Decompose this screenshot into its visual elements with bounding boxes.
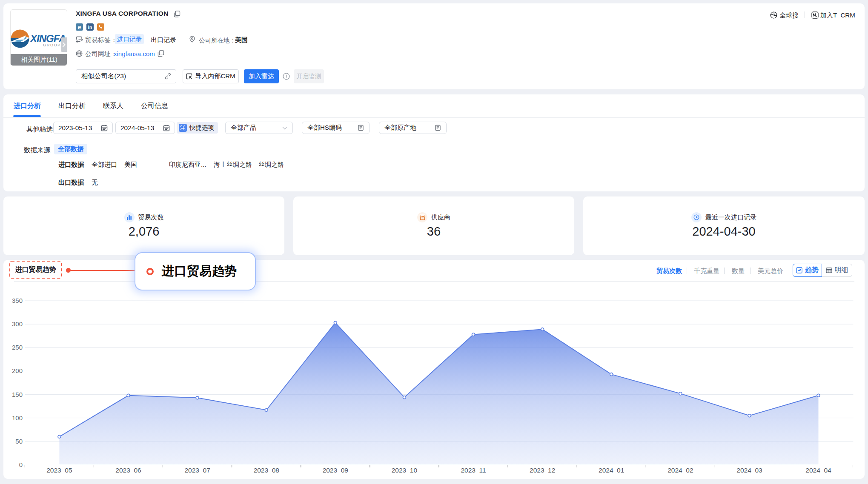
svg-text:300: 300 — [12, 320, 23, 327]
svg-text:2024–04: 2024–04 — [805, 467, 831, 474]
svg-text:2023–08: 2023–08 — [254, 467, 279, 474]
svg-text:250: 250 — [12, 344, 23, 351]
svg-text:2023–06: 2023–06 — [115, 467, 141, 474]
svg-text:2024–02: 2024–02 — [667, 467, 693, 474]
svg-text:2023–07: 2023–07 — [184, 467, 210, 474]
svg-text:2023–05: 2023–05 — [46, 467, 72, 474]
svg-text:2024–03: 2024–03 — [736, 467, 762, 474]
svg-text:2023–12: 2023–12 — [530, 467, 555, 474]
svg-text:2023–11: 2023–11 — [461, 467, 486, 474]
svg-text:350: 350 — [12, 297, 23, 304]
svg-text:0: 0 — [19, 461, 23, 468]
svg-text:2024–01: 2024–01 — [599, 467, 624, 474]
svg-text:150: 150 — [12, 391, 23, 398]
svg-text:50: 50 — [15, 438, 23, 445]
svg-text:XINGFA: XINGFA — [29, 33, 66, 44]
svg-text:2023–10: 2023–10 — [392, 467, 418, 474]
svg-text:GROUP: GROUP — [43, 43, 61, 47]
svg-text:100: 100 — [12, 414, 23, 421]
svg-text:200: 200 — [12, 367, 23, 374]
svg-text:2023–09: 2023–09 — [323, 467, 348, 474]
